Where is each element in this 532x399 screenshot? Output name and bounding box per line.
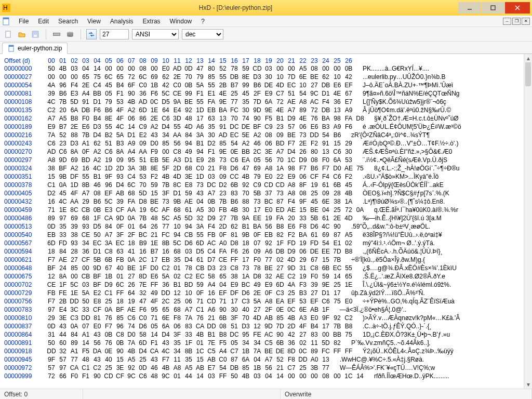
row-bytes[interactable]: 5797CAC1C2253E920D464BA8A5ABE754DB851B56… [46,364,331,372]
menu-search[interactable]: Search [54,17,82,26]
hex-row[interactable]: 000002167A52887BD4B25AD1E24334AA843A30AD… [4,131,528,139]
hex-row[interactable]: 00000486899769681FCA9D0A7B485CA55D32D927… [4,214,528,222]
scrollbar-thumb[interactable] [525,62,531,86]
row-ascii[interactable]: Á..‹F-Ôlpÿ{ŒèsÜÒk'ÉÍÍ¨..akE [363,181,444,189]
row-ascii[interactable]: ¨.i½¢..•QëÃ£Ñé(sÆê.Vp.Ù.ðjS [363,156,447,164]
number-base-select[interactable]: dec [182,29,223,39]
row-ascii[interactable]: .59"Õ„..d&w.":ô-b±ºV¸æøÖL. [351,222,430,231]
row-bytes[interactable]: 0D353993D5840F0164267710943AF42D62B1BA56… [46,222,343,231]
row-bytes[interactable]: 159BDF55B19F93C453F24B4D3E1D0309CC4B79E0… [46,172,354,181]
row-ascii[interactable]: PK........à..G€RxYÍ...¥.... [363,64,429,73]
hex-row[interactable]: 00000675128A00CBBF1B01278DE65A02C2EC5865… [4,272,528,281]
open-button[interactable] [17,29,27,39]
row-bytes[interactable]: 18842836D1C8634116B7166803D5C4FAF62609A6… [46,247,354,256]
tab-file[interactable]: euler-python.zip [2,43,68,54]
hex-row[interactable]: 000008370D430A07E0F79674D6056A0683CADD08… [4,322,528,330]
mdi-minimize-button[interactable]: – [503,18,511,25]
hex-row[interactable]: 00000864314484A1430BC8D05814D43F334BB1B8… [4,330,528,339]
row-arrows-icon[interactable] [86,29,97,39]
hex-row[interactable]: 000000544A96F42EC445B46FC01B42C00B5A552B… [4,81,528,89]
row-ascii[interactable]: L{]'Ñy$K­.Õš¾Uúžw5}jr®¨¬ô6ç [363,98,446,106]
ram-button[interactable] [51,29,62,39]
row-ascii[interactable]: —ä<3Ï.¿®ö•eh§Á¦.0@'.. [340,305,406,314]
hex-row[interactable]: 0000059418842836D1C8634116B7166803D5C4FA… [4,247,528,256]
hex-row[interactable]: 0000078397E43C33CF0ABFAEF6956568A7C1A690… [4,305,528,314]
hex-row[interactable]: 000008915060891456760B7A6DF143351F017EF5… [4,339,528,347]
row-bytes[interactable]: 00000065756C65726C69622E70798555DB8ED330… [46,73,354,81]
hex-row[interactable]: 00000648BF2485009D6740BE1FD0C20178CBD323… [4,264,528,272]
scroll-down-icon[interactable]: ▾ [524,380,532,389]
row-ascii[interactable]: .Š.Ë¿..'.æZ.ÂìXe8.Ø2®Â.ðY.e [363,272,445,281]
hex-row[interactable]: 0000032438BFA2164C1D2D3A3B8E5F2D68C021F8… [4,164,528,172]
row-ascii[interactable]: .„(6ÑÈcA.·.h.ÕÄúö&.¦ÛÙ.Þî}¸ [363,247,443,256]
row-bytes[interactable]: DD32A1F5DA0E904BD4CA4C348B1CC5A4C71B7ABE… [46,347,354,355]
row-ascii[interactable]: ÷®'Ï[kû.,.ë5Ôa×Îÿ.ðw.M)g.{ [351,256,425,264]
hex-row[interactable]: 00000351159BDF55B19F93C453F24B4D3E1D0309… [4,172,528,181]
row-bytes[interactable]: BF2485009D6740BE1FD0C20178CBD323C87378BE… [46,264,354,272]
hex-row[interactable]: 000001084C7B5D91D179534BAD0CD59ABE55FA9E… [4,98,528,106]
menu-view[interactable]: View [83,17,105,26]
hex-row[interactable]: 00000405D2454FA708EFAB685D153FD15943A723… [4,189,528,197]
menu-file[interactable]: File [15,17,33,26]
menu-help[interactable]: ? [197,17,209,26]
hex-row[interactable]: 0000008139B6E3A4BB05F19036F65CCE99F1E14E… [4,89,528,98]
hex-row[interactable]: 00000810293EC3DD817685C6C0716EF87A76216B… [4,314,528,322]
row-bytes[interactable]: 711E8CCB0BE3CFAA196CAF6861A530FB4B3017E0… [46,206,366,214]
row-bytes[interactable]: 5060891456760B7A6DF143351F017EF5053434C5… [46,339,343,347]
menu-edit[interactable]: Edit [34,17,53,26]
row-ascii[interactable]: zR'{Ô²ZÑâC4ª„:0­ì^¢..¾sÝT¶ [351,131,430,139]
scroll-up-icon[interactable]: ▴ [524,54,532,62]
row-bytes[interactable]: 164CAA29B65C39FAD8BE739BAE040B7BB68873BC… [46,197,354,206]
row-ascii[interactable]: §¥¸ð´ŽO†.Æ=H.c.t.ô±ÙNvº˜úØ [374,114,459,123]
row-bytes[interactable]: 38BFA2164C1D2D3A3B8E5F2D68C021F8D64769A8… [46,164,366,172]
row-ascii[interactable]: ¿$….g@¾.ÐÂ.xËÓ#Ès×¾'.1ÈkìU [363,264,457,272]
row-bytes[interactable]: 7A52887BD4B25AD1E24334AA843A30ADEC5EA208… [46,131,343,139]
menu-analysis[interactable]: Analysis [106,17,138,26]
row-ascii[interactable]: é .æÓUL.É¢ÔUM¦5'ÜÞ¿É#W.æ³©ö [363,123,461,131]
row-ascii[interactable]: 9¶ã¤»ñ.6ö\Î™ñáN%E/éÇQTœÑNg [363,89,460,98]
hex-row[interactable]: 00000540EB3338CE50A73F2FBC21FC94CB55FB0F… [4,231,528,239]
row-ascii[interactable]: .›ßU.›"Ä$ò»KM>...ÌKyà"é.Ïô [363,172,438,181]
hex-row[interactable]: 00000702CE1F5C03BFD96C267EFF36B1BD59A404… [4,281,528,289]
hex-row[interactable]: 000005130D353993D5840F0164267710943AF42D… [4,222,528,231]
hex-row[interactable]: 00000297A89D69BDA219099551EB5EA3D1E92873… [4,156,528,164]
mdi-restore-button[interactable]: ❐ [512,18,521,25]
row-bytes[interactable]: 7266F0F190CDCF9CC6489C01441403FF504B0304… [46,372,366,380]
row-bytes[interactable]: A89D69BDA219099551EB5EA3D1E92873C6EA0556… [46,156,354,164]
row-ascii[interactable]: .Lª)¶\9úØ¾s›®..{¶ˆs¼‡ô.En8. [363,197,445,206]
row-ascii[interactable]: )>ÃÝ.v…ÆÀqnøzv!k?pM«…K£à.'Â [363,314,460,322]
hex-row[interactable]: 000005676DFD9334EC3AEC18B91E8B5CD66DACA0… [4,239,528,247]
row-ascii[interactable]: ­ÆŠ.¢ÆŠ¤ªù.ÈI"ñž.»,>§Ô&€.Æ0 [363,148,452,156]
row-bytes[interactable]: 504B0304140000000800E0AD0D4780527859CD03… [46,64,354,73]
hex-row[interactable]: 00000243C623D3A16251B3A909D0855694B1D285… [4,139,528,148]
row-ascii[interactable]: ...eulerlib.py…UÛŽÓ0.}n¾b.B [363,73,445,81]
row-ascii[interactable]: Î.\.¿Ùl&~ÿ6±½Y¤.é¼Iéml.ó9ž%. [363,281,451,289]
hex-row[interactable]: 00000270ADC68A0FA2C68AA4AAF900C84994F19E… [4,148,528,156]
row-ascii[interactable]: Æ#Ó¡bQ³©.Ð…V"±Ò…T¢F.½÷.ò'.) [363,139,459,148]
menu-window[interactable]: Window [166,17,196,26]
row-bytes[interactable]: A7A5B8F0B48E4F06862EC63D48176313707490F5… [46,114,366,123]
hex-row[interactable]: 00000135C2206ADBF6B64FA26D1E64E4921DEBBA… [4,106,528,114]
row-bytes[interactable]: 6DFD9334EC3AEC18B91E8B5CD66DACA0D8180792… [46,239,354,247]
row-ascii[interactable]: J–ô.ÄE´oÀ.BÀ.ZU+·™¶ÞMì.'Ûæï [363,81,453,89]
row-bytes[interactable]: F7AE27CF5B6BFB0A2C17EB35D461D7CEFF17F077… [46,256,343,264]
row-ascii[interactable]: ‰—ih.Ê..{H\¥]2Ù'{šî.ú 3[a.M [363,214,442,222]
row-bytes[interactable]: 4A96F42EC445B46FC01B42C00B5A552BB799B6DE… [46,81,354,89]
row-bytes[interactable]: 293EC3DD817685C6C0716EF87A76216B3F704DAB… [46,314,354,322]
maximize-button[interactable] [482,2,504,14]
hex-row[interactable]: 00000918DD32A1F5DA0E904BD4CA4C348B1CC5A4… [4,347,528,355]
disk-button[interactable] [65,29,75,39]
row-ascii[interactable]: 8¿¢.L.-:;Ž_-hÀ!øÖGi¨.˜÷¶÷Ð®u [374,164,459,172]
row-ascii[interactable]: ÒEO§.ï«h].?Ñ$C§#ƒp[7s¨.%.(K [363,189,449,197]
bytes-per-row-input[interactable] [100,29,129,39]
row-ascii[interactable]: rfðñ.ÍÏœÆHœ.D..ÿPK......... [374,372,449,380]
hex-row[interactable]: 00000432164CAA29B65C39FAD8BE739BAE040B7B… [4,197,528,206]
row-ascii[interactable]: .C..à÷-tÖ.j.ƒÊÝ.QÓ..}-´.{¸ [363,322,432,330]
row-bytes[interactable]: CE1F5C03BFD96C267EFF36B1BD59A404E9BC49E9… [46,281,354,289]
row-ascii[interactable]: Â jÛö¶O¢m.dä'.ëºü0.žN§‰rÛ.© [363,106,451,114]
hex-row[interactable]: 00000621F7AE27CF5B6BFB0A2C17EB35D461D7CE… [4,256,528,264]
hex-row[interactable]: 00000756F72BDD50E8251819474F2C250671CD71… [4,297,528,305]
new-button[interactable] [3,29,14,39]
hex-row[interactable]: 00000378C10A1D8B4696D46C70597B8CE873DCD2… [4,181,528,189]
row-ascii[interactable]: .WwHC@.¥%C÷.5.«À‡j.§Røà. [340,355,424,364]
